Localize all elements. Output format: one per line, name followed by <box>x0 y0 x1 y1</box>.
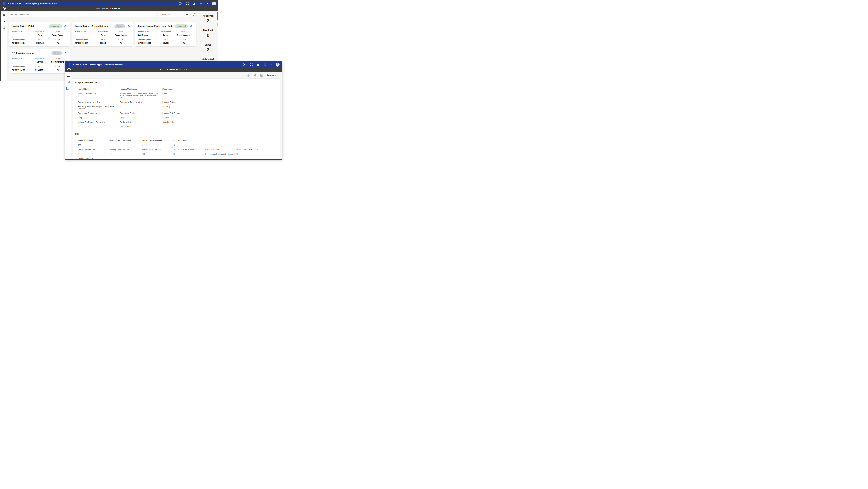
app-launcher-icon[interactable] <box>3 2 5 5</box>
field-label: Department <box>31 58 49 60</box>
project-number-value: AP-000001003 <box>12 69 31 71</box>
roi-value: $412493.4 <box>31 69 49 71</box>
project-number-value: AP-000001000 <box>138 42 157 44</box>
field-label: Owner <box>112 31 130 33</box>
sidebar-item-projects[interactable] <box>65 87 71 90</box>
stat-declined: Declined 0 <box>198 29 218 38</box>
field-label: Owner <box>49 31 67 33</box>
project-number-value: AP-000001002 <box>75 42 95 44</box>
user-avatar[interactable] <box>276 63 280 66</box>
app-launcher-icon[interactable] <box>68 63 70 66</box>
field-label: Owner <box>175 31 193 33</box>
detail-content: Approved Project AP-000001001 Project Na… <box>71 72 282 159</box>
help-icon[interactable]: ? <box>270 63 272 66</box>
field-processing-peaks: Processing Peaks daily <box>120 112 162 119</box>
top-navbar: KOMATSU Power Apps | Automation Project … <box>65 62 282 67</box>
stat-approved: Approved 2 <box>198 14 218 24</box>
project-status-dropdown-label: Project Status <box>160 13 172 16</box>
project-card[interactable]: Pagero Invoice Processing - Parts Approv… <box>135 22 196 46</box>
field-automation-goal: Automation Goal Cost Savings through Aut… <box>205 149 236 155</box>
edit-pencil-icon[interactable] <box>253 74 257 77</box>
teams-icon[interactable] <box>179 2 182 5</box>
project-detail-card: Project AP-000001001 Project Name Invoic… <box>73 78 280 159</box>
product-name: Power Apps <box>26 2 37 4</box>
submitted-by-value: Eric Cheng <box>138 34 157 36</box>
project-card-title: Invoice Fixing - Branch Returns <box>75 25 115 28</box>
field-working-hours-per-day: Working Hours Per Day 7.6 <box>110 149 142 155</box>
view-details-icon[interactable] <box>127 25 130 28</box>
field-submitted-by: Submitted By <box>162 121 280 128</box>
project-card[interactable]: Invoice Fixing - Pirtek Approved Submitt… <box>9 22 70 46</box>
project-card[interactable]: Invoice Fixing - Branch Returns Saved Su… <box>72 22 133 46</box>
add-icon[interactable] <box>247 73 250 77</box>
fit-screen-icon[interactable] <box>250 63 253 66</box>
scrollbar-thumb[interactable] <box>217 12 218 20</box>
field-rework-time-in-minutes: Rework Time in Minutes 6 <box>142 140 173 146</box>
project-card[interactable]: RTIO invoice summary Saved Submitted by … <box>9 49 70 73</box>
field-label: Submitted by <box>12 31 31 33</box>
view-details-icon[interactable] <box>190 25 193 28</box>
field-label: Score <box>49 66 67 68</box>
download-icon[interactable] <box>193 2 195 5</box>
field-label: ROI <box>157 39 175 41</box>
komatsu-logo: KOMATSU <box>8 2 22 5</box>
field-label: Submitted by <box>75 31 95 33</box>
user-avatar[interactable] <box>212 2 216 5</box>
field-label: Score <box>49 39 67 41</box>
sidebar-item-screens[interactable] <box>65 80 71 84</box>
field-processing-time: Processing Time (minutes) 60 <box>120 101 162 110</box>
field-avg-error-rate: AVG Error Rate % 10 <box>173 140 205 146</box>
logo-tick <box>82 62 82 63</box>
nav-separator: | <box>38 2 39 4</box>
field-development-costs: Development Costs 0 <box>78 157 110 159</box>
field-label: Owner <box>49 58 67 60</box>
score-value: 75 <box>49 69 67 71</box>
page-title: AUTOMATION PROJECT <box>1 7 218 9</box>
sidebar-item-projects[interactable] <box>1 26 7 29</box>
field-project-name: Project Name Invoice Fixing - Pirtek <box>78 88 120 99</box>
sidebar-item-screens[interactable] <box>1 19 7 23</box>
status-badge: Approved <box>175 24 188 28</box>
roi-value: $6568.2 <box>157 42 175 44</box>
chevron-down-icon <box>186 14 188 15</box>
view-details-icon[interactable] <box>64 25 67 28</box>
detail-title: Project AP-000001001 <box>73 81 280 84</box>
score-value: 75 <box>49 42 67 44</box>
status-badge: Approved <box>49 24 62 28</box>
menu-hamburger-icon[interactable] <box>1 13 7 16</box>
owner-value: Scott Manning <box>49 61 67 63</box>
page-title: AUTOMATION PROJECT <box>65 68 282 71</box>
refresh-icon[interactable] <box>193 13 196 17</box>
view-details-icon[interactable] <box>64 52 67 55</box>
roi-section-heading: ROI <box>73 133 280 135</box>
field-process-category: Process Category Invoicing <box>162 101 280 110</box>
search-input[interactable] <box>9 12 156 18</box>
settings-gear-icon[interactable] <box>199 2 203 5</box>
fit-screen-icon[interactable] <box>186 2 189 5</box>
field-label: Project Number <box>12 39 31 41</box>
filter-row: Project Status <box>7 11 198 18</box>
top-navbar: KOMATSU Power Apps | Automation Project … <box>1 1 218 6</box>
download-icon[interactable] <box>257 63 259 66</box>
field-primary-improvement-driver: Primary Improvement Driver Efficiency Ga… <box>78 101 120 110</box>
nav-separator: | <box>103 63 103 66</box>
settings-gear-icon[interactable] <box>263 63 266 66</box>
product-name: Power Apps <box>90 63 102 66</box>
menu-hamburger-icon[interactable] <box>65 74 71 77</box>
scrollbar-marker <box>217 23 218 26</box>
field-working-days-per-year: Working Days Per Year 249 <box>142 149 173 155</box>
field-label: Submitted by <box>12 58 31 60</box>
app-title-bar: AUTOMATION PROJECT <box>1 6 218 11</box>
save-icon[interactable] <box>260 74 263 77</box>
stat-saved: Saved 2 <box>198 43 218 53</box>
project-status-dropdown[interactable]: Project Status <box>158 12 190 18</box>
submitted-by-value <box>12 61 31 63</box>
project-card-title: RTIO invoice summary <box>12 52 51 55</box>
field-label: Department <box>157 31 175 33</box>
field-department: Department Parts <box>162 88 280 99</box>
field-label: Submitted by <box>138 31 157 33</box>
teams-icon[interactable] <box>243 63 246 66</box>
help-icon[interactable]: ? <box>207 2 208 5</box>
project-number-value: AP-000001001 <box>12 42 31 44</box>
field-label: ROI <box>31 39 49 41</box>
